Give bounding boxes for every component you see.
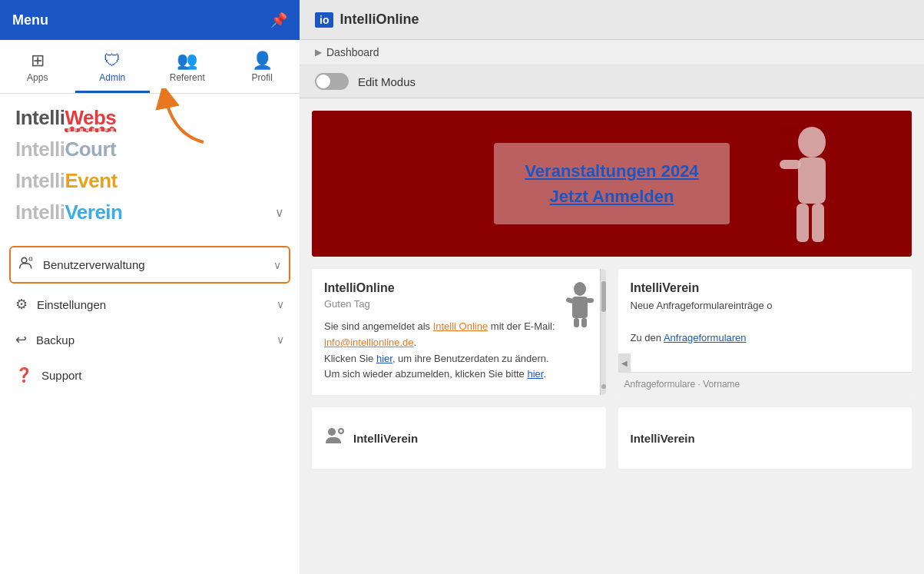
logo-intellievent[interactable]: IntelliEvent bbox=[15, 169, 284, 193]
nav-tabs: ⊞ Apps 🛡 Admin 👥 Referent 👤 Profil bbox=[0, 40, 300, 94]
tab-admin-label: Admin bbox=[99, 72, 125, 83]
svg-point-16 bbox=[328, 428, 336, 436]
support-label: Support bbox=[41, 369, 284, 382]
svg-rect-11 bbox=[572, 297, 588, 318]
svg-point-5 bbox=[798, 127, 826, 158]
widget-intelliverein-title: IntelliVerein bbox=[631, 281, 900, 295]
main-content: io IntelliOnline ▶ Dashboard Edit Modus bbox=[300, 0, 924, 574]
admin-icon: 🛡 bbox=[104, 52, 121, 69]
widget-intelliverein-scroll-left[interactable]: ◀ bbox=[618, 353, 631, 372]
app-logo: io IntelliOnline bbox=[315, 12, 419, 28]
einstellungen-label: Einstellungen bbox=[37, 298, 267, 311]
menu-item-einstellungen[interactable]: ⚙ Einstellungen ∨ bbox=[0, 287, 300, 322]
referent-icon: 👥 bbox=[177, 52, 197, 69]
intellionline-user-link[interactable]: Intelli Online bbox=[433, 320, 488, 332]
tab-admin[interactable]: 🛡 Admin bbox=[75, 46, 151, 93]
intellionline-here-link-1[interactable]: hier bbox=[376, 353, 392, 364]
menu-item-support[interactable]: ❓ Support bbox=[0, 357, 300, 393]
app-name: IntelliOnline bbox=[339, 12, 419, 28]
apps-icon: ⊞ bbox=[31, 52, 45, 69]
menu-title: Menu bbox=[12, 12, 48, 28]
tab-apps-label: Apps bbox=[27, 72, 48, 83]
tab-referent-label: Referent bbox=[170, 72, 205, 83]
svg-rect-13 bbox=[586, 298, 594, 303]
widget-intellionline-title: IntelliOnline bbox=[324, 281, 594, 295]
widget-intelliverein-footer: Anfrageformulare · Vorname bbox=[618, 372, 912, 395]
widget-intelliverein: IntelliVerein Neue Anfrageformulareinträ… bbox=[618, 269, 912, 395]
widget-intellionline-scrollbar[interactable] bbox=[600, 269, 606, 395]
sidebar: Menu 📌 ⊞ Apps 🛡 Admin 👥 Referent 👤 Profi… bbox=[0, 0, 300, 574]
edit-modus-bar: Edit Modus bbox=[300, 65, 924, 98]
content-area: Veranstaltungen 2024 Jetzt Anmelden Inte… bbox=[300, 98, 924, 574]
banner[interactable]: Veranstaltungen 2024 Jetzt Anmelden bbox=[312, 111, 912, 257]
banner-overlay: Veranstaltungen 2024 Jetzt Anmelden bbox=[494, 143, 729, 224]
menu-item-backup[interactable]: ↩ Backup ∨ bbox=[0, 322, 300, 357]
profil-icon: 👤 bbox=[252, 52, 273, 69]
edit-modus-toggle[interactable] bbox=[315, 73, 349, 90]
widgets-row: IntelliOnline Guten Tag Sie sind angemel… bbox=[312, 269, 912, 395]
backup-icon: ↩ bbox=[15, 331, 27, 348]
intelliverein-chevron[interactable]: ∨ bbox=[275, 205, 284, 220]
tab-referent[interactable]: 👥 Referent bbox=[150, 46, 225, 93]
edit-modus-label: Edit Modus bbox=[358, 75, 416, 88]
topbar: io IntelliOnline bbox=[300, 0, 924, 40]
tab-apps[interactable]: ⊞ Apps bbox=[0, 46, 75, 93]
einstellungen-chevron[interactable]: ∨ bbox=[277, 298, 284, 310]
sidebar-header: Menu 📌 bbox=[0, 0, 300, 40]
backup-chevron[interactable]: ∨ bbox=[277, 333, 284, 346]
widget-intellionline-body: Sie sind angemeldet als Intelli Online m… bbox=[324, 319, 594, 383]
svg-rect-15 bbox=[581, 318, 587, 327]
intellionline-email-link[interactable]: info@intellionline.de bbox=[324, 337, 414, 348]
svg-rect-6 bbox=[798, 158, 826, 204]
menu-item-benutzerverwaltung[interactable]: Benutzerverwaltung ∨ bbox=[9, 246, 290, 284]
svg-rect-9 bbox=[812, 204, 824, 242]
svg-rect-14 bbox=[574, 318, 579, 327]
widget-intelliverein-body: Neue Anfrageformulareinträge o Zu den An… bbox=[631, 298, 900, 346]
svg-point-1 bbox=[22, 257, 27, 263]
banner-person-decoration bbox=[773, 123, 850, 257]
pin-icon[interactable]: 📌 bbox=[270, 12, 287, 28]
breadcrumb: ▶ Dashboard bbox=[300, 40, 924, 65]
widget-intellionline-icon bbox=[566, 281, 594, 334]
widget-sm-right: IntelliVerein bbox=[618, 407, 912, 469]
svg-rect-7 bbox=[780, 160, 801, 169]
benutzerverwaltung-chevron[interactable]: ∨ bbox=[273, 259, 281, 271]
tab-profil-label: Profil bbox=[252, 72, 273, 83]
widget-sm-left-content: IntelliVerein bbox=[353, 432, 418, 445]
logo-intelliverein[interactable]: IntelliVerein bbox=[15, 201, 122, 224]
svg-rect-8 bbox=[796, 204, 809, 242]
io-box: io bbox=[315, 12, 333, 28]
widget-intellionline-subtitle: Guten Tag bbox=[324, 298, 594, 310]
widgets-row-2: IntelliVerein IntelliVerein bbox=[312, 407, 912, 469]
logo-section: IntelliWebs IntelliCourt IntelliEvent In… bbox=[0, 94, 300, 237]
logo-intellicourt[interactable]: IntelliCourt bbox=[15, 138, 284, 161]
tab-profil[interactable]: 👤 Profil bbox=[225, 46, 300, 93]
benutzerverwaltung-icon bbox=[18, 255, 34, 274]
sidebar-menu: Benutzerverwaltung ∨ ⚙ Einstellungen ∨ ↩… bbox=[0, 237, 300, 574]
widget-sm-left-title: IntelliVerein bbox=[353, 432, 418, 445]
backup-label: Backup bbox=[36, 333, 267, 347]
einstellungen-icon: ⚙ bbox=[15, 296, 28, 313]
widget-sm-left-icon bbox=[324, 425, 346, 452]
benutzerverwaltung-label: Benutzerverwaltung bbox=[43, 258, 264, 271]
breadcrumb-arrow: ▶ bbox=[315, 47, 322, 58]
support-icon: ❓ bbox=[15, 367, 32, 383]
breadcrumb-label[interactable]: Dashboard bbox=[326, 46, 379, 58]
banner-link-1[interactable]: Veranstaltungen 2024 bbox=[525, 158, 698, 184]
logo-intelliwebs[interactable]: IntelliWebs bbox=[15, 106, 284, 130]
widget-intellionline: IntelliOnline Guten Tag Sie sind angemel… bbox=[312, 269, 606, 395]
banner-link-2[interactable]: Jetzt Anmelden bbox=[525, 184, 698, 209]
logo-intelliverein-row: IntelliVerein ∨ bbox=[15, 201, 284, 224]
widget-sm-left: IntelliVerein bbox=[312, 407, 606, 469]
widget-sm-right-content: IntelliVerein bbox=[631, 432, 695, 445]
intellionline-here-link-2[interactable]: hier bbox=[527, 368, 543, 380]
widget-sm-right-title: IntelliVerein bbox=[631, 432, 695, 445]
intelliverein-forms-link[interactable]: Anfrageformularen bbox=[664, 332, 747, 343]
svg-point-10 bbox=[574, 282, 586, 296]
